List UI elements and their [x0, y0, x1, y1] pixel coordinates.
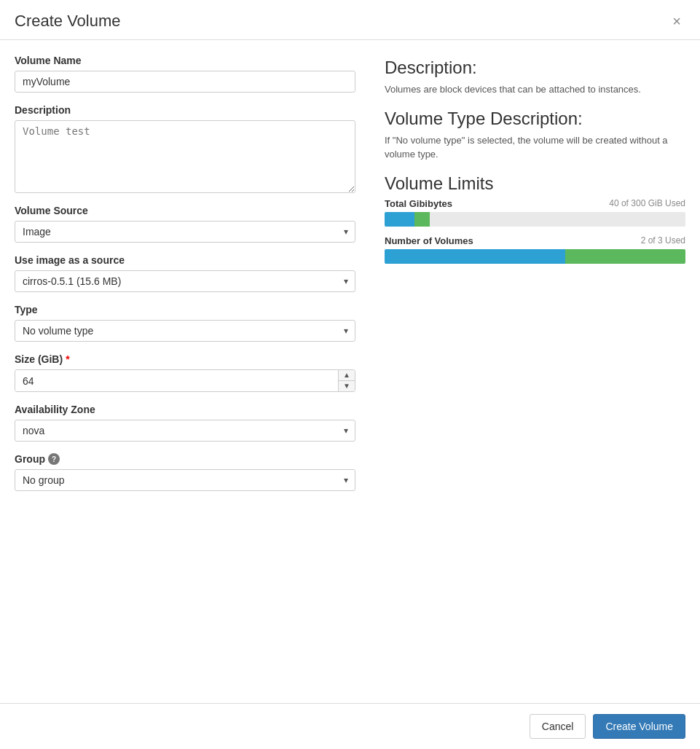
volume-name-group: Volume Name	[15, 55, 355, 93]
total-gibibytes-green-bar	[414, 212, 430, 227]
volume-source-select[interactable]: Image	[15, 221, 355, 243]
number-of-volumes-label: Number of Volumes	[385, 235, 473, 246]
number-of-volumes-blue-bar	[385, 249, 565, 264]
right-panel: Description: Volumes are block devices t…	[385, 55, 685, 689]
type-select[interactable]: No volume type	[15, 320, 355, 342]
group-label: Group ?	[15, 453, 355, 465]
create-volume-button[interactable]: Create Volume	[593, 714, 685, 739]
availability-zone-select[interactable]: nova	[15, 420, 355, 442]
use-image-group: Use image as a source cirros-0.5.1 (15.6…	[15, 254, 355, 292]
use-image-label: Use image as a source	[15, 254, 355, 266]
volume-type-text: If "No volume type" is selected, the vol…	[385, 133, 685, 162]
size-group: Size (GiB) * ▲ ▼	[15, 353, 355, 392]
dialog-title: Create Volume	[15, 12, 121, 31]
create-volume-dialog: Create Volume × Volume Name Description …	[0, 0, 700, 749]
availability-zone-label: Availability Zone	[15, 404, 355, 415]
type-group: Type No volume type ▾	[15, 304, 355, 342]
size-increase-button[interactable]: ▲	[339, 370, 355, 381]
group-select-wrapper: No group ▾	[15, 469, 355, 491]
close-button[interactable]: ×	[668, 12, 685, 30]
size-input[interactable]	[15, 370, 338, 391]
description-group: Description	[15, 104, 355, 193]
group-help-icon: ?	[48, 453, 60, 465]
total-gibibytes-usage: 40 of 300 GiB Used	[609, 198, 685, 208]
type-label: Type	[15, 304, 355, 315]
description-textarea[interactable]	[15, 120, 355, 193]
size-label: Size (GiB) *	[15, 353, 355, 365]
left-panel: Volume Name Description Volume Source Im…	[15, 55, 355, 689]
use-image-select[interactable]: cirros-0.5.1 (15.6 MB)	[15, 270, 355, 292]
number-of-volumes-progress	[385, 249, 685, 264]
description-text: Volumes are block devices that can be at…	[385, 82, 685, 97]
volume-name-label: Volume Name	[15, 55, 355, 66]
total-gibibytes-limit: Total Gibibytes 40 of 300 GiB Used	[385, 198, 685, 227]
group-form-group: Group ? No group ▾	[15, 453, 355, 491]
number-of-volumes-limit: Number of Volumes 2 of 3 Used	[385, 235, 685, 264]
size-spinners: ▲ ▼	[338, 370, 355, 391]
volume-limits-section: Volume Limits Total Gibibytes 40 of 300 …	[385, 173, 685, 264]
use-image-select-wrapper: cirros-0.5.1 (15.6 MB) ▾	[15, 270, 355, 292]
total-gibibytes-progress	[385, 212, 685, 227]
dialog-footer: Cancel Create Volume	[0, 703, 700, 749]
availability-zone-select-wrapper: nova ▾	[15, 420, 355, 442]
number-of-volumes-usage: 2 of 3 Used	[641, 235, 685, 246]
availability-zone-group: Availability Zone nova ▾	[15, 404, 355, 442]
type-select-wrapper: No volume type ▾	[15, 320, 355, 342]
total-gibibytes-blue-bar	[385, 212, 414, 227]
number-of-volumes-header: Number of Volumes 2 of 3 Used	[385, 235, 685, 246]
cancel-button[interactable]: Cancel	[530, 714, 586, 739]
number-of-volumes-green-bar	[565, 249, 685, 264]
volume-type-heading: Volume Type Description:	[385, 109, 685, 129]
size-input-wrapper: ▲ ▼	[15, 369, 355, 392]
description-heading: Description:	[385, 58, 685, 78]
volume-limits-title: Volume Limits	[385, 173, 685, 194]
volume-name-input[interactable]	[15, 71, 355, 93]
size-decrease-button[interactable]: ▼	[339, 381, 355, 391]
group-select[interactable]: No group	[15, 469, 355, 491]
volume-source-label: Volume Source	[15, 205, 355, 216]
dialog-header: Create Volume ×	[0, 0, 700, 40]
description-label: Description	[15, 104, 355, 116]
dialog-body: Volume Name Description Volume Source Im…	[0, 40, 700, 703]
volume-source-select-wrapper: Image ▾	[15, 221, 355, 243]
size-required-star: *	[66, 353, 69, 365]
volume-source-group: Volume Source Image ▾	[15, 205, 355, 243]
total-gibibytes-header: Total Gibibytes 40 of 300 GiB Used	[385, 198, 685, 209]
total-gibibytes-label: Total Gibibytes	[385, 198, 452, 209]
